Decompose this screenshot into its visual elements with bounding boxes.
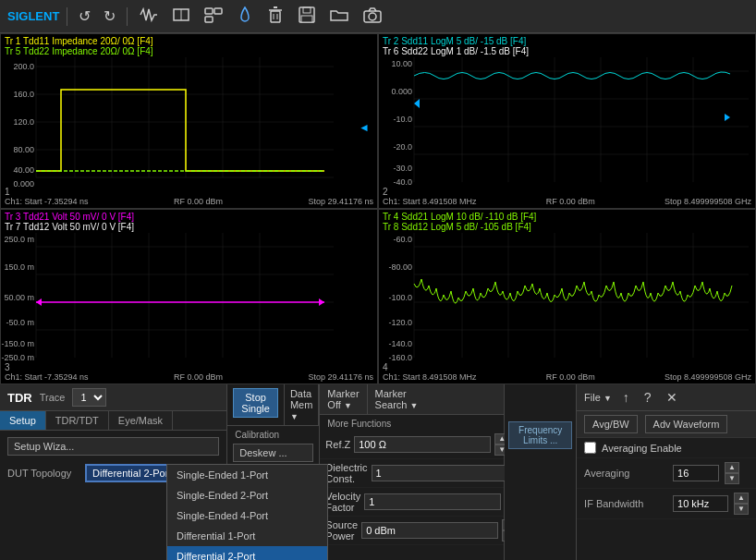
svg-rect-5 (271, 11, 280, 22)
tdr-title: TDR (7, 391, 32, 405)
adv-waveform-button[interactable]: Adv Waveform (645, 415, 728, 433)
topology-option-2[interactable]: Single-Ended 2-Port (167, 485, 327, 505)
chart-1-num: 1 (5, 187, 10, 197)
more-functions-title: More Functions (320, 415, 504, 431)
svg-rect-3 (214, 8, 222, 14)
chart-3-num: 3 (5, 362, 10, 372)
channel-icon[interactable] (200, 4, 227, 30)
avg-bw-button[interactable]: Avg/BW (584, 415, 638, 433)
svg-marker-45 (725, 114, 730, 121)
chart-4-trace2-label: Tr 8 Sdd12 LogM 5 dB/ -105 dB [F4] (383, 222, 531, 232)
marker-search-button[interactable]: Marker Search ▼ (368, 384, 426, 414)
averaging-down[interactable]: ▼ (725, 473, 739, 484)
chart-3-bottom: Ch1: Start -7.35294 ns RF 0.00 dBm Stop … (1, 372, 377, 382)
chart-4-title: Tr 4 Sdd21 LogM 10 dB/ -110 dB [F4] Tr 8… (383, 212, 536, 232)
svg-text:250.0 m: 250.0 m (4, 235, 34, 244)
velocity-label: Velocity Factor (325, 491, 360, 513)
averaging-up[interactable]: ▲ (725, 462, 739, 473)
chart-3-trace2-label: Tr 7 Tdd12 Volt 50 mV/ 0 V [F4] (5, 222, 134, 232)
averaging-row: Averaging ▲ ▼ (577, 458, 756, 489)
svg-text:160.0: 160.0 (13, 90, 34, 99)
svg-text:0.000: 0.000 (13, 179, 34, 189)
camera-icon[interactable] (359, 4, 386, 30)
svg-text:10.00: 10.00 (391, 59, 412, 68)
if-bandwidth-up[interactable]: ▲ (734, 493, 749, 504)
if-bandwidth-label: IF Bandwidth (584, 498, 667, 509)
undo-button[interactable]: ↺ (75, 6, 94, 27)
chart-4-bottom: Ch1: Start 8.491508 MHz RF 0.00 dBm Stop… (379, 372, 755, 382)
tab-setup[interactable]: Setup (0, 411, 46, 430)
waveform-icon[interactable] (135, 4, 163, 30)
stop-section: Stop Single (227, 384, 285, 425)
folder-icon[interactable] (325, 4, 353, 30)
svg-text:0.000: 0.000 (391, 87, 412, 96)
toolbar-separator (67, 7, 67, 26)
if-bandwidth-row: IF Bandwidth ▲ ▼ (577, 489, 756, 519)
svg-text:200.0: 200.0 (13, 62, 34, 71)
svg-text:-30.0: -30.0 (393, 164, 412, 173)
data-mem-button[interactable]: Data Mem ▼ (285, 384, 319, 425)
redo-button[interactable]: ↻ (100, 6, 119, 27)
right-header-btns: File ▼ ↑ ? ✕ (584, 388, 681, 407)
setup-wiz-row: Setup Wiza... (4, 434, 223, 461)
stop-single-button[interactable]: Stop Single (233, 388, 278, 418)
marker-icon[interactable] (168, 4, 194, 30)
file-button[interactable]: File ▼ (584, 392, 612, 403)
analysis-icon[interactable] (233, 4, 257, 30)
svg-rect-4 (205, 17, 213, 22)
chart-3[interactable]: Tr 3 Tdd21 Volt 50 mV/ 0 V [F4] Tr 7 Tdd… (0, 209, 378, 384)
app-logo: SIGLENT (7, 9, 59, 23)
more-functions-content: Ref.Z ▲ ▼ Dielectric Const. ▲ ▼ Velocity… (320, 431, 504, 545)
averaging-enable-checkbox[interactable] (584, 442, 596, 454)
tab-eye-mask[interactable]: Eye/Mask (109, 411, 173, 430)
chart-1[interactable]: Tr 1 Tdd11 Impedance 20Ω/ 0Ω [F4] Tr 5 T… (0, 33, 378, 209)
dielectric-input[interactable] (372, 465, 508, 481)
deskew-button[interactable]: Deskew ... (233, 444, 313, 462)
svg-text:120.0: 120.0 (13, 117, 34, 127)
topology-option-3[interactable]: Single-Ended 4-Port (167, 505, 327, 526)
chart-2-num: 2 (383, 187, 388, 197)
save-icon[interactable] (294, 4, 320, 30)
tab-tdr-tdt[interactable]: TDR/TDT (46, 411, 109, 430)
source-power-input[interactable] (361, 522, 498, 539)
if-bandwidth-down[interactable]: ▼ (734, 504, 749, 515)
delete-icon[interactable] (262, 4, 288, 30)
tdr-panel: TDR Trace 1234 Setup TDR/TDT Eye/Mask Se… (0, 384, 227, 560)
svg-text:-50.0 m: -50.0 m (6, 318, 34, 327)
if-bandwidth-spinner: ▲ ▼ (734, 493, 749, 515)
chart-2-svg: 10.00 0.000 -10.0 -20.0 -30.0 -40.0 (379, 34, 755, 208)
upload-button[interactable]: ↑ (619, 388, 633, 407)
toolbar: SIGLENT ↺ ↻ (0, 0, 756, 33)
setup-wizard-button[interactable]: Setup Wiza... (7, 437, 219, 456)
more-functions-panel: Marker Off ▼ Marker Search ▼ More Functi… (320, 384, 505, 560)
topology-option-4[interactable]: Differential 1-Port (167, 526, 327, 546)
help-button[interactable]: ? (640, 388, 655, 407)
svg-text:-100.0: -100.0 (388, 293, 412, 302)
averaging-input[interactable] (673, 465, 719, 481)
svg-text:-140.0: -140.0 (388, 339, 412, 348)
svg-text:80.00: 80.00 (13, 145, 34, 154)
close-button[interactable]: ✕ (663, 388, 681, 407)
chart-1-trace1-label: Tr 1 Tdd11 Impedance 20Ω/ 0Ω [F4] (5, 36, 153, 46)
svg-point-14 (369, 13, 376, 20)
ref-z-input[interactable] (354, 436, 491, 453)
chart-4[interactable]: Tr 4 Sdd21 LogM 10 dB/ -110 dB [F4] Tr 8… (378, 209, 756, 384)
freq-limits-button[interactable]: Frequency Limits ... (508, 421, 572, 449)
topology-option-1[interactable]: Single-Ended 1-Port (167, 465, 327, 485)
right-top-buttons: Avg/BW Adv Waveform (577, 411, 756, 438)
averaging-label: Averaging (584, 468, 667, 479)
if-bandwidth-input[interactable] (673, 495, 728, 512)
chart-4-trace1-label: Tr 4 Sdd21 LogM 10 dB/ -110 dB [F4] (383, 212, 536, 222)
velocity-input[interactable] (364, 493, 501, 510)
svg-text:-40.0: -40.0 (393, 177, 412, 187)
chart-1-bottom: Ch1: Start -7.35294 ns RF 0.00 dBm Stop … (1, 197, 377, 206)
freq-limits-panel: Frequency Limits ... (505, 384, 577, 560)
topology-option-5[interactable]: Differential 2-Port (167, 546, 327, 560)
svg-text:-20.0: -20.0 (393, 142, 412, 152)
stop-data-header: Stop Single Data Mem ▼ (227, 384, 319, 426)
tdr-tabs: Setup TDR/TDT Eye/Mask (0, 411, 226, 431)
trace-select[interactable]: 1234 (72, 388, 106, 407)
svg-rect-11 (303, 7, 311, 13)
marker-off-button[interactable]: Marker Off ▼ (320, 384, 367, 414)
chart-2[interactable]: Tr 2 Sdd11 LogM 5 dB/ -15 dB [F4] Tr 6 S… (378, 33, 756, 209)
